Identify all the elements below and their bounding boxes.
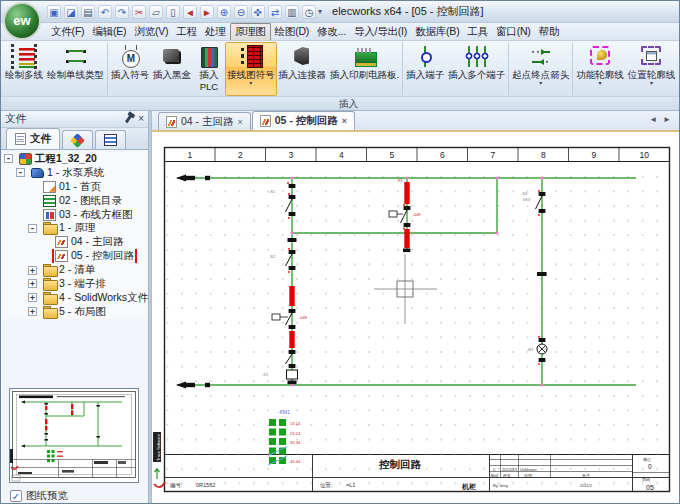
tree-item[interactable]: + 2 - 清单 (1, 263, 148, 277)
tree-item[interactable]: 01 - 首页 (1, 180, 148, 194)
close-icon[interactable]: × (138, 114, 144, 124)
ribbon-button[interactable]: 功能轮廓线 ▾ (574, 42, 626, 96)
menu-item[interactable]: 绘图(D) (271, 23, 314, 40)
svg-text:姓名: 姓名 (503, 473, 511, 478)
menu-item[interactable]: 编辑(E) (88, 23, 130, 40)
ribbon-button-icon (289, 44, 315, 69)
ribbon-button[interactable]: 位置轮廓线 ▾ (626, 42, 678, 96)
svg-text:05: 05 (646, 484, 654, 491)
tree-item[interactable]: - 1 - 水泵系统 (1, 166, 148, 180)
tree-item-icon (19, 153, 32, 165)
tab-scroll-left-icon[interactable]: ◄ (649, 115, 657, 124)
tab-files[interactable]: 文件 (6, 128, 60, 149)
tab-close-icon[interactable]: × (238, 117, 243, 127)
tab-components[interactable] (62, 130, 93, 149)
next-page-icon[interactable]: ► (200, 5, 214, 19)
chevron-down-icon: ▾ (249, 81, 252, 86)
ribbon-button[interactable]: 绘制单线类型 ▾ (45, 42, 108, 96)
main-area: 04 - 主回路 × 05 - 控制回路 × ◄ ► (152, 111, 680, 504)
zoom-out-icon[interactable]: ⊖ (234, 5, 248, 19)
cut-icon[interactable]: ✂ (132, 5, 146, 19)
document-tab[interactable]: 04 - 主回路 × (158, 112, 251, 130)
ribbon-button[interactable]: 插入印刷电路板. ▾ (328, 42, 403, 96)
svg-text:9: 9 (591, 150, 596, 160)
tab-macros[interactable] (95, 130, 126, 149)
menu-item[interactable]: 窗口(N) (492, 23, 535, 40)
redo-icon[interactable]: ↷ (115, 5, 129, 19)
menu-item[interactable]: 文件(F) (47, 23, 88, 40)
tab-scroll-right-icon[interactable]: ► (663, 115, 671, 124)
menu-item[interactable]: 处理 (201, 23, 230, 40)
svg-text:Unknown: Unknown (520, 467, 537, 472)
zoom-in-icon[interactable]: ⊕ (217, 5, 231, 19)
ribbon-button[interactable]: 接线图符号 ▾ (225, 42, 277, 96)
tree-item[interactable]: - 1 - 原理 (1, 221, 148, 235)
tree-expander[interactable]: + (28, 266, 37, 275)
tree-item-label: 3 - 端子排 (59, 277, 106, 291)
tree-expander[interactable]: + (28, 307, 37, 316)
svg-text:0: 0 (648, 463, 652, 470)
tree-item[interactable]: - 工程1_32_20 (1, 152, 148, 166)
tree-expander[interactable]: - (4, 154, 13, 163)
menu-item[interactable]: 数据库(B) (411, 23, 463, 40)
grid-icon (104, 134, 117, 146)
ribbon-button-icon (352, 44, 378, 69)
tree-item[interactable]: 04 - 主回路 (1, 235, 148, 249)
tree-item[interactable]: + 3 - 端子排 (1, 277, 148, 291)
new-icon[interactable]: ▣ (47, 5, 61, 19)
svg-text:-048: -048 (299, 315, 308, 320)
drawing-canvas[interactable]: 12345678910 (152, 132, 680, 504)
tree-item[interactable]: 02 - 图纸目录 (1, 194, 148, 208)
tree-item[interactable]: + 4 - SolidWorks文件 (1, 291, 148, 305)
pinwheel-icon (70, 133, 85, 148)
copy-icon[interactable]: ▱ (149, 5, 163, 19)
pan-icon[interactable]: ⇄ (268, 5, 282, 19)
tree-item[interactable]: 03 - 布线方框图 (1, 208, 148, 222)
menu-item[interactable]: 工程 (172, 23, 201, 40)
print-icon[interactable]: ▤ (81, 5, 95, 19)
tree-item-icon (43, 264, 56, 276)
qat-more-icon[interactable]: ▾ (318, 7, 322, 16)
pin-icon[interactable] (125, 115, 132, 123)
tree-item[interactable]: + 5 - 布局图 (1, 305, 148, 319)
tree-expander[interactable]: - (16, 168, 25, 177)
document-tab[interactable]: 05 - 控制回路 × (252, 111, 355, 130)
ribbon-button[interactable]: 插入符号 ▾ (109, 42, 151, 96)
preview-checkbox[interactable]: ✓ (10, 490, 22, 502)
menu-item[interactable]: 导入/导出(I) (350, 23, 411, 40)
tree-expander[interactable]: + (28, 279, 37, 288)
svg-text:Trace Software: Trace Software (156, 433, 161, 461)
save-icon[interactable]: ◪ (64, 5, 78, 19)
menu-item[interactable]: 原理图 (230, 23, 271, 40)
ribbon-button[interactable]: 插入连接器 ▾ (277, 42, 329, 96)
book-icon[interactable]: ▥ (285, 5, 299, 19)
ribbon-group-bar: 插入 (1, 96, 680, 110)
paste-icon[interactable]: ▯ (166, 5, 180, 19)
menu-item[interactable]: 帮助 (535, 23, 564, 40)
tree-expander[interactable]: + (28, 293, 37, 302)
tab-close-icon[interactable]: × (342, 116, 347, 126)
preview-checkbox-label: 图纸预览 (26, 489, 68, 503)
tree-expander[interactable]: - (28, 224, 37, 233)
ribbon-button-label: 插入连接器 (279, 69, 327, 81)
ribbon-button[interactable]: 起点终点箭头 ▾ (510, 42, 573, 96)
ribbon-button-label: 插入 PLC (195, 69, 223, 93)
app-logo[interactable]: ew (3, 2, 41, 40)
svg-text:-KM1: -KM1 (278, 409, 290, 415)
ribbon-button[interactable]: 绘制多线 ▾ (3, 42, 45, 96)
ribbon-button[interactable]: 插入端子 ▾ (404, 42, 446, 96)
ribbon-button[interactable]: 插入黑盒 ▾ (151, 42, 193, 96)
zoom-fit-icon[interactable]: ✜ (251, 5, 265, 19)
panel-header: 文件 × (1, 111, 148, 128)
document-tab-bar: 04 - 主回路 × 05 - 控制回路 × ◄ ► (152, 111, 680, 132)
tree-item[interactable]: 05 - 控制回路 (1, 249, 148, 263)
previous-page-icon[interactable]: ◄ (183, 5, 197, 19)
ribbon-button[interactable]: 插入 PLC ▾ (193, 42, 225, 96)
clock-icon[interactable]: ◷ (302, 5, 316, 19)
ribbon-button[interactable]: 插入多个端子 ▾ (446, 42, 509, 96)
undo-icon[interactable]: ↶ (98, 5, 112, 19)
menu-item[interactable]: 修改... (313, 23, 350, 40)
menu-item[interactable]: 浏览(V) (130, 23, 172, 40)
menu-item[interactable]: 工具 (463, 23, 492, 40)
svg-text:修订: 修订 (643, 457, 651, 462)
